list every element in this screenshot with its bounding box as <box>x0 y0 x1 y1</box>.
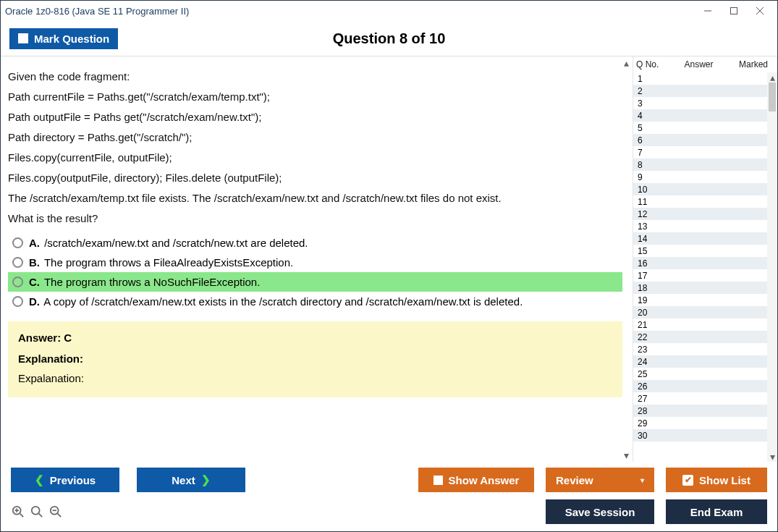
zoom-icon[interactable] <box>30 504 44 519</box>
mark-question-label: Mark Question <box>34 33 109 45</box>
grid-row[interactable]: 23 <box>633 343 767 355</box>
col-qno: Q No. <box>636 59 665 69</box>
svg-point-8 <box>32 507 40 515</box>
grid-qno: 17 <box>638 271 667 281</box>
grid-row[interactable]: 15 <box>633 245 767 257</box>
nav-buttons: ❮ Previous Next ❯ <box>11 468 245 492</box>
grid-row[interactable]: 29 <box>633 417 767 429</box>
zoom-in-icon[interactable] <box>11 504 25 519</box>
save-session-button[interactable]: Save Session <box>546 499 654 524</box>
question-line: Files.copy(outputFile, directory); Files… <box>8 170 622 185</box>
scroll-up-icon[interactable]: ▴ <box>767 72 777 83</box>
grid-row[interactable]: 27 <box>633 392 767 405</box>
square-icon <box>434 476 443 485</box>
scrollbar-thumb[interactable] <box>769 83 776 111</box>
grid-qno: 22 <box>638 332 667 342</box>
grid-qno: 16 <box>638 258 667 269</box>
show-list-button[interactable]: ✔ Show List <box>666 468 767 492</box>
window-title: Oracle 1z0-816 (Java SE 11 Programmer II… <box>5 6 695 17</box>
grid-scrollbar[interactable]: ▴ ▾ <box>767 72 777 462</box>
previous-button[interactable]: ❮ Previous <box>11 468 119 492</box>
grid-row[interactable]: 9 <box>633 171 767 183</box>
footer-row-2: Save Session End Exam <box>11 499 767 524</box>
grid-row[interactable]: 13 <box>633 220 767 232</box>
main-body: ▴ Given the code fragment:Path currentFi… <box>1 56 777 462</box>
grid-row[interactable]: 16 <box>633 257 767 269</box>
scroll-down-icon[interactable]: ▾ <box>621 450 631 460</box>
grid-row[interactable]: 20 <box>633 306 767 318</box>
question-list-panel: Q No. Answer Marked 12345678910111213141… <box>633 56 777 462</box>
grid-row[interactable]: 21 <box>633 318 767 331</box>
show-list-label: Show List <box>699 474 750 486</box>
grid-qno: 14 <box>638 234 667 244</box>
grid-row[interactable]: 4 <box>633 109 767 122</box>
grid-qno: 8 <box>638 160 667 170</box>
svg-line-9 <box>39 514 43 518</box>
question-text: Given the code fragment:Path currentFile… <box>8 69 622 226</box>
grid-row[interactable]: 30 <box>633 429 767 442</box>
grid-row[interactable]: 5 <box>633 122 767 134</box>
grid-row[interactable]: 14 <box>633 232 767 245</box>
grid-row[interactable]: 25 <box>633 368 767 380</box>
grid-row[interactable]: 28 <box>633 405 767 417</box>
check-icon: ✔ <box>682 475 693 486</box>
end-exam-button[interactable]: End Exam <box>666 499 767 524</box>
question-line: Files.copy(currentFile, outputFile); <box>8 150 622 165</box>
review-button[interactable]: Review ▾ <box>546 468 654 492</box>
zoom-controls <box>11 504 63 519</box>
next-button[interactable]: Next ❯ <box>137 468 245 492</box>
topbar: Mark Question Question 8 of 10 <box>1 21 777 56</box>
answer-options: A. /scratch/exam/new.txt and /scratch/ne… <box>8 233 622 311</box>
grid-qno: 11 <box>638 197 667 207</box>
svg-line-5 <box>20 514 24 518</box>
grid-qno: 19 <box>638 295 667 305</box>
answer-label: Answer: C <box>18 332 612 344</box>
scroll-up-icon[interactable]: ▴ <box>621 58 631 68</box>
grid-row[interactable]: 12 <box>633 208 767 220</box>
footer-row-2-right: Save Session End Exam <box>546 499 767 524</box>
app-window: Oracle 1z0-816 (Java SE 11 Programmer II… <box>0 0 778 532</box>
grid-row[interactable]: 26 <box>633 380 767 392</box>
grid-row[interactable]: 11 <box>633 195 767 208</box>
maximize-button[interactable] <box>721 2 747 20</box>
grid-row[interactable]: 10 <box>633 183 767 195</box>
grid-qno: 27 <box>638 394 667 404</box>
question-line: Path currentFile = Paths.get("/scratch/e… <box>8 89 622 104</box>
svg-rect-1 <box>731 8 737 14</box>
close-button[interactable] <box>747 2 773 20</box>
chevron-right-icon: ❯ <box>201 473 211 486</box>
grid-row[interactable]: 1 <box>633 72 767 85</box>
grid-qno: 28 <box>638 406 667 416</box>
question-line: What is the result? <box>8 211 622 226</box>
answer-option-text: A. /scratch/exam/new.txt and /scratch/ne… <box>29 237 308 249</box>
show-answer-button[interactable]: Show Answer <box>418 468 534 492</box>
grid-row[interactable]: 19 <box>633 294 767 306</box>
grid-row[interactable]: 3 <box>633 97 767 109</box>
checkbox-icon <box>18 33 28 43</box>
scrollbar-track[interactable] <box>767 83 777 452</box>
titlebar: Oracle 1z0-816 (Java SE 11 Programmer II… <box>1 1 777 21</box>
zoom-out-icon[interactable] <box>48 504 63 519</box>
grid-row[interactable]: 17 <box>633 269 767 282</box>
answer-option[interactable]: B. The program throws a FileaAlreadyExis… <box>8 253 622 272</box>
minimize-button[interactable] <box>695 2 721 20</box>
grid-row[interactable]: 2 <box>633 85 767 97</box>
question-scroll-area[interactable]: ▴ Given the code fragment:Path currentFi… <box>1 56 633 462</box>
mark-question-button[interactable]: Mark Question <box>9 28 118 49</box>
answer-option[interactable]: C. The program throws a NoSuchFileExcept… <box>8 272 622 292</box>
grid-qno: 30 <box>638 431 667 441</box>
answer-option-text: D. A copy of /scratch/exam/new.txt exist… <box>29 295 523 308</box>
answer-option-text: B. The program throws a FileaAlreadyExis… <box>29 256 293 269</box>
grid-row[interactable]: 8 <box>633 159 767 171</box>
grid-row[interactable]: 6 <box>633 134 767 146</box>
answer-option[interactable]: D. A copy of /scratch/exam/new.txt exist… <box>8 292 622 311</box>
dropdown-icon: ▾ <box>640 476 644 484</box>
answer-option[interactable]: A. /scratch/exam/new.txt and /scratch/ne… <box>8 233 622 253</box>
save-session-label: Save Session <box>565 506 635 518</box>
scroll-down-icon[interactable]: ▾ <box>767 452 777 462</box>
grid-body: 1234567891011121314151617181920212223242… <box>633 72 777 462</box>
grid-row[interactable]: 18 <box>633 282 767 294</box>
grid-row[interactable]: 7 <box>633 146 767 159</box>
grid-row[interactable]: 22 <box>633 331 767 343</box>
grid-row[interactable]: 24 <box>633 355 767 368</box>
